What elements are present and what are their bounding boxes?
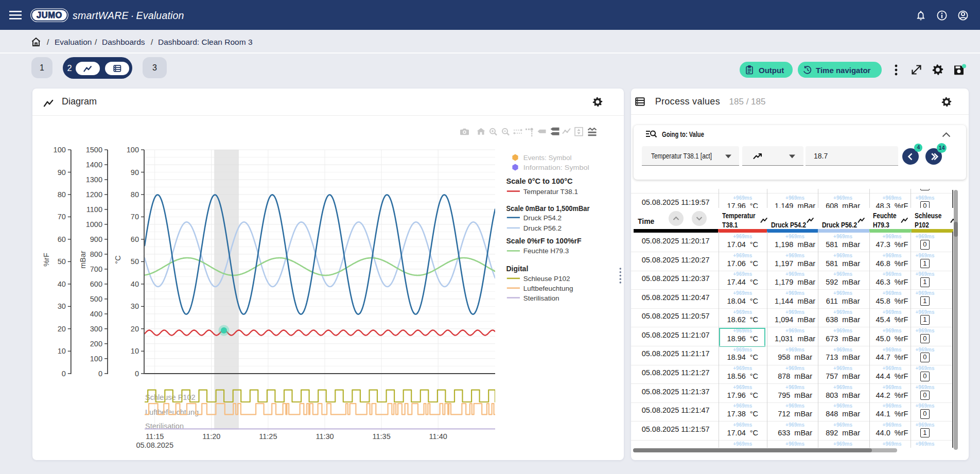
svg-text:JUMO: JUMO [37,10,62,20]
